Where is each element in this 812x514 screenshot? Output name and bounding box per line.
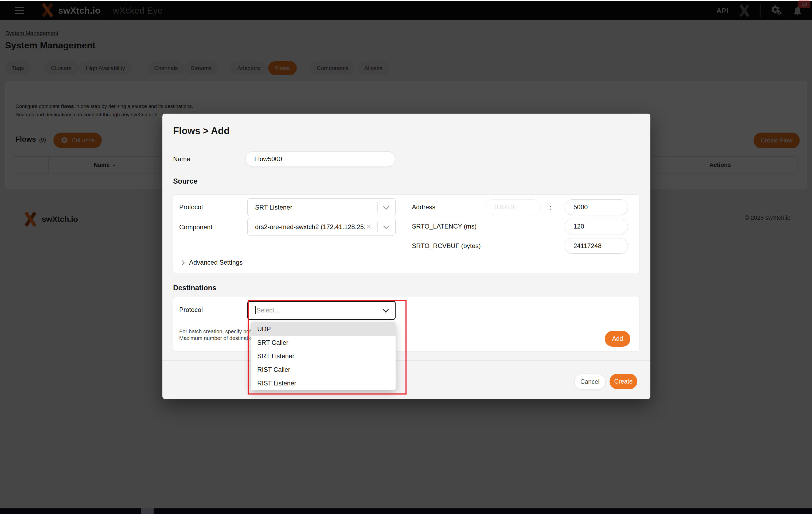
- taskbar-strip: [0, 508, 812, 514]
- address-input: [486, 199, 541, 215]
- option-rist-caller[interactable]: RIST Caller: [251, 363, 396, 377]
- chevron-down-icon[interactable]: [383, 306, 389, 313]
- source-card: Protocol SRT Listener Component drs2-ore…: [173, 194, 640, 273]
- chevron-down-icon[interactable]: [383, 204, 389, 210]
- destination-protocol-placeholder: Select...: [256, 306, 377, 314]
- screen: swXtch.io wXcked Eye API: [0, 0, 812, 514]
- select-divider: [377, 202, 378, 213]
- cancel-button[interactable]: Cancel: [574, 374, 606, 390]
- source-protocol-select[interactable]: SRT Listener: [247, 198, 396, 216]
- srto-rcvbuf-input[interactable]: [565, 238, 628, 254]
- address-label: Address: [412, 204, 435, 211]
- select-divider: [377, 222, 378, 232]
- option-srt-listener[interactable]: SRT Listener: [251, 349, 396, 363]
- source-protocol-label: Protocol: [179, 204, 203, 211]
- create-button[interactable]: Create: [610, 374, 637, 389]
- component-value: drs2-ore-med-swxtch2 (172.41.128.25:80): [248, 223, 366, 231]
- clear-icon[interactable]: ✕: [366, 223, 372, 231]
- chevron-down-icon[interactable]: [383, 223, 389, 229]
- advanced-settings-label: Advanced Settings: [189, 259, 242, 266]
- source-protocol-value: SRT Listener: [248, 204, 377, 211]
- srto-latency-label: SRTO_LATENCY (ms): [412, 223, 476, 230]
- component-select[interactable]: drs2-ore-med-swxtch2 (172.41.128.25:80) …: [247, 218, 396, 236]
- port-input[interactable]: [565, 199, 628, 215]
- flows-add-modal: Flows > Add Name Source Protocol SRT Lis…: [163, 114, 650, 399]
- destinations-heading: Destinations: [173, 284, 216, 292]
- advanced-settings-toggle[interactable]: Advanced Settings: [180, 259, 242, 266]
- modal-title: Flows > Add: [173, 125, 230, 137]
- modal-title-divider: [173, 144, 639, 144]
- name-label: Name: [173, 155, 190, 163]
- port-separator: :: [549, 204, 551, 211]
- name-input[interactable]: [245, 151, 395, 167]
- component-label: Component: [179, 223, 212, 231]
- option-rist-listener[interactable]: RIST Listener: [251, 376, 396, 390]
- srto-rcvbuf-label: SRTO_RCVBUF (bytes): [412, 242, 481, 250]
- add-destination-button[interactable]: Add: [605, 331, 630, 347]
- source-heading: Source: [173, 177, 198, 186]
- srto-latency-input[interactable]: [565, 219, 628, 234]
- protocol-dropdown-menu: UDP SRT Caller SRT Listener RIST Caller …: [251, 322, 396, 390]
- destination-protocol-select[interactable]: Select...: [247, 301, 396, 320]
- destinations-card: Protocol Select... For batch creation, s…: [173, 297, 640, 351]
- option-srt-caller[interactable]: SRT Caller: [251, 336, 396, 350]
- destination-protocol-label: Protocol: [179, 306, 203, 314]
- taskbar-segment: [141, 508, 153, 514]
- option-udp[interactable]: UDP: [251, 322, 396, 336]
- chevron-right-icon: [179, 260, 184, 265]
